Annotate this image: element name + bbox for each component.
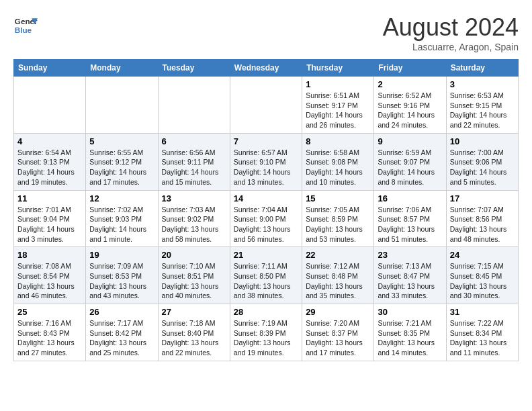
calendar-cell: 21Sunrise: 7:11 AM Sunset: 8:50 PM Dayli… (230, 247, 302, 304)
day-info: Sunrise: 7:02 AM Sunset: 9:03 PM Dayligh… (89, 205, 154, 244)
subtitle: Lascuarre, Aragon, Spain (383, 42, 519, 52)
calendar-cell (230, 77, 302, 134)
weekday-header-saturday: Saturday (446, 60, 518, 77)
calendar-cell: 22Sunrise: 7:12 AM Sunset: 8:48 PM Dayli… (302, 247, 374, 304)
calendar-cell: 13Sunrise: 7:03 AM Sunset: 9:02 PM Dayli… (158, 190, 230, 247)
week-row-5: 25Sunrise: 7:16 AM Sunset: 8:43 PM Dayli… (14, 304, 519, 361)
calendar-cell: 5Sunrise: 6:55 AM Sunset: 9:12 PM Daylig… (86, 133, 158, 190)
day-info: Sunrise: 6:59 AM Sunset: 9:07 PM Dayligh… (378, 148, 442, 187)
calendar-cell: 15Sunrise: 7:05 AM Sunset: 8:59 PM Dayli… (302, 190, 374, 247)
day-number: 8 (306, 136, 370, 146)
day-info: Sunrise: 7:00 AM Sunset: 9:06 PM Dayligh… (450, 148, 515, 187)
day-number: 11 (17, 193, 82, 203)
day-number: 18 (17, 250, 82, 260)
calendar-cell: 9Sunrise: 6:59 AM Sunset: 9:07 PM Daylig… (374, 133, 446, 190)
day-number: 1 (306, 79, 370, 89)
day-number: 13 (162, 193, 226, 203)
calendar-cell: 16Sunrise: 7:06 AM Sunset: 8:57 PM Dayli… (374, 190, 446, 247)
day-info: Sunrise: 7:03 AM Sunset: 9:02 PM Dayligh… (162, 205, 226, 244)
calendar-body: 1Sunrise: 6:51 AM Sunset: 9:17 PM Daylig… (14, 77, 519, 361)
day-info: Sunrise: 7:04 AM Sunset: 9:00 PM Dayligh… (234, 205, 298, 244)
day-info: Sunrise: 7:06 AM Sunset: 8:57 PM Dayligh… (378, 205, 442, 244)
day-number: 17 (450, 193, 515, 203)
day-number: 15 (306, 193, 370, 203)
day-info: Sunrise: 7:19 AM Sunset: 8:39 PM Dayligh… (234, 318, 298, 358)
day-number: 27 (162, 307, 226, 317)
day-info: Sunrise: 7:22 AM Sunset: 8:34 PM Dayligh… (450, 318, 515, 358)
day-info: Sunrise: 7:01 AM Sunset: 9:04 PM Dayligh… (17, 205, 82, 244)
day-number: 4 (17, 136, 82, 146)
day-info: Sunrise: 6:57 AM Sunset: 9:10 PM Dayligh… (234, 148, 298, 187)
day-number: 22 (306, 250, 370, 260)
weekday-header-tuesday: Tuesday (158, 60, 230, 77)
day-info: Sunrise: 7:08 AM Sunset: 8:54 PM Dayligh… (17, 261, 82, 301)
day-info: Sunrise: 6:52 AM Sunset: 9:16 PM Dayligh… (378, 91, 442, 130)
day-number: 26 (89, 307, 154, 317)
calendar-cell: 6Sunrise: 6:56 AM Sunset: 9:11 PM Daylig… (158, 133, 230, 190)
calendar-cell (158, 77, 230, 134)
calendar-cell: 18Sunrise: 7:08 AM Sunset: 8:54 PM Dayli… (14, 247, 86, 304)
day-number: 21 (234, 250, 298, 260)
weekday-header-wednesday: Wednesday (230, 60, 302, 77)
calendar-cell: 29Sunrise: 7:20 AM Sunset: 8:37 PM Dayli… (302, 304, 374, 361)
calendar-cell: 31Sunrise: 7:22 AM Sunset: 8:34 PM Dayli… (446, 304, 518, 361)
page-header: General Blue August 2024 Lascuarre, Arag… (13, 13, 519, 52)
week-row-3: 11Sunrise: 7:01 AM Sunset: 9:04 PM Dayli… (14, 190, 519, 247)
calendar-cell: 25Sunrise: 7:16 AM Sunset: 8:43 PM Dayli… (14, 304, 86, 361)
weekday-header-thursday: Thursday (302, 60, 374, 77)
calendar-cell: 2Sunrise: 6:52 AM Sunset: 9:16 PM Daylig… (374, 77, 446, 134)
day-info: Sunrise: 7:18 AM Sunset: 8:40 PM Dayligh… (162, 318, 226, 358)
calendar-cell: 26Sunrise: 7:17 AM Sunset: 8:42 PM Dayli… (86, 304, 158, 361)
day-number: 16 (378, 193, 442, 203)
day-number: 29 (306, 307, 370, 317)
day-info: Sunrise: 7:12 AM Sunset: 8:48 PM Dayligh… (306, 261, 370, 301)
day-info: Sunrise: 7:07 AM Sunset: 8:56 PM Dayligh… (450, 205, 515, 244)
calendar-header: SundayMondayTuesdayWednesdayThursdayFrid… (14, 60, 519, 77)
day-info: Sunrise: 7:10 AM Sunset: 8:51 PM Dayligh… (162, 261, 226, 301)
day-number: 6 (162, 136, 226, 146)
day-number: 9 (378, 136, 442, 146)
day-info: Sunrise: 7:09 AM Sunset: 8:53 PM Dayligh… (89, 261, 154, 301)
calendar-cell: 10Sunrise: 7:00 AM Sunset: 9:06 PM Dayli… (446, 133, 518, 190)
day-info: Sunrise: 6:58 AM Sunset: 9:08 PM Dayligh… (306, 148, 370, 187)
calendar-cell (14, 77, 86, 134)
day-info: Sunrise: 7:11 AM Sunset: 8:50 PM Dayligh… (234, 261, 298, 301)
weekday-header-friday: Friday (374, 60, 446, 77)
calendar-cell: 20Sunrise: 7:10 AM Sunset: 8:51 PM Dayli… (158, 247, 230, 304)
day-number: 23 (378, 250, 442, 260)
calendar-cell: 23Sunrise: 7:13 AM Sunset: 8:47 PM Dayli… (374, 247, 446, 304)
calendar-cell: 17Sunrise: 7:07 AM Sunset: 8:56 PM Dayli… (446, 190, 518, 247)
day-info: Sunrise: 7:20 AM Sunset: 8:37 PM Dayligh… (306, 318, 370, 358)
day-number: 5 (89, 136, 154, 146)
day-number: 7 (234, 136, 298, 146)
calendar-cell: 3Sunrise: 6:53 AM Sunset: 9:15 PM Daylig… (446, 77, 518, 134)
day-info: Sunrise: 7:13 AM Sunset: 8:47 PM Dayligh… (378, 261, 442, 301)
calendar-cell: 8Sunrise: 6:58 AM Sunset: 9:08 PM Daylig… (302, 133, 374, 190)
calendar-cell: 4Sunrise: 6:54 AM Sunset: 9:13 PM Daylig… (14, 133, 86, 190)
day-info: Sunrise: 7:21 AM Sunset: 8:35 PM Dayligh… (378, 318, 442, 358)
weekday-header-monday: Monday (86, 60, 158, 77)
weekday-header-sunday: Sunday (14, 60, 86, 77)
day-number: 24 (450, 250, 515, 260)
calendar-cell: 28Sunrise: 7:19 AM Sunset: 8:39 PM Dayli… (230, 304, 302, 361)
day-info: Sunrise: 6:53 AM Sunset: 9:15 PM Dayligh… (450, 91, 515, 130)
calendar-cell: 14Sunrise: 7:04 AM Sunset: 9:00 PM Dayli… (230, 190, 302, 247)
title-block: August 2024 Lascuarre, Aragon, Spain (383, 13, 519, 52)
calendar-cell: 11Sunrise: 7:01 AM Sunset: 9:04 PM Dayli… (14, 190, 86, 247)
day-info: Sunrise: 6:51 AM Sunset: 9:17 PM Dayligh… (306, 91, 370, 130)
calendar-cell (86, 77, 158, 134)
day-number: 20 (162, 250, 226, 260)
day-number: 31 (450, 307, 515, 317)
day-info: Sunrise: 6:54 AM Sunset: 9:13 PM Dayligh… (17, 148, 82, 187)
logo: General Blue (13, 13, 38, 38)
day-number: 19 (89, 250, 154, 260)
day-number: 28 (234, 307, 298, 317)
day-number: 25 (17, 307, 82, 317)
week-row-2: 4Sunrise: 6:54 AM Sunset: 9:13 PM Daylig… (14, 133, 519, 190)
day-number: 12 (89, 193, 154, 203)
svg-text:Blue: Blue (15, 26, 32, 34)
day-number: 10 (450, 136, 515, 146)
day-info: Sunrise: 7:05 AM Sunset: 8:59 PM Dayligh… (306, 205, 370, 244)
day-number: 3 (450, 79, 515, 89)
calendar-cell: 19Sunrise: 7:09 AM Sunset: 8:53 PM Dayli… (86, 247, 158, 304)
